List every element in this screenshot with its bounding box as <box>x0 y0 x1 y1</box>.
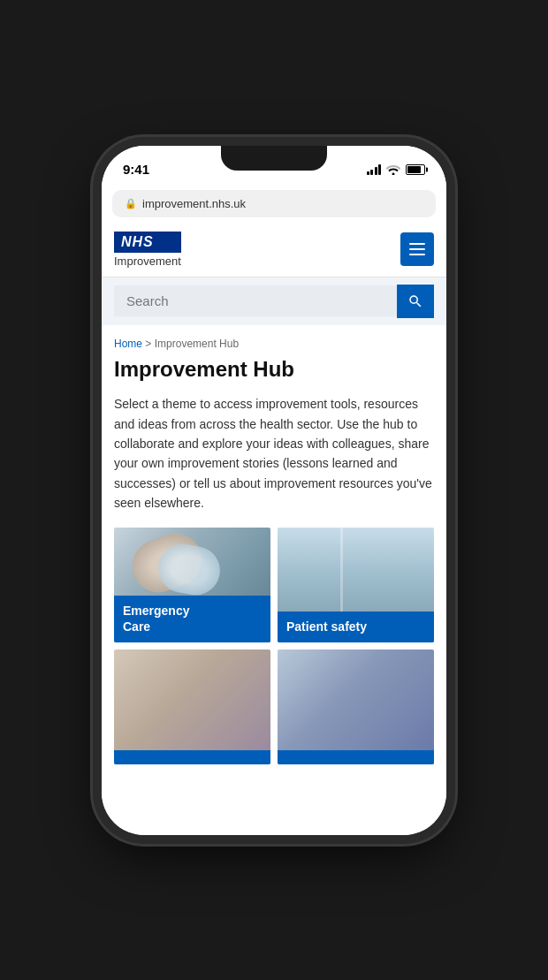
search-bar <box>102 277 446 325</box>
emergency-care-card[interactable]: EmergencyCare <box>114 528 270 642</box>
phone-frame: 9:41 🔒 improvement.nhs.uk <box>102 146 446 835</box>
card-4[interactable] <box>278 650 434 764</box>
card-4-image <box>278 650 434 764</box>
phone-screen: 9:41 🔒 improvement.nhs.uk <box>102 146 446 835</box>
menu-line-1 <box>409 243 425 245</box>
browser-bar: 🔒 improvement.nhs.uk <box>112 190 436 217</box>
menu-button[interactable] <box>400 232 434 266</box>
emergency-care-label: EmergencyCare <box>114 596 270 642</box>
menu-line-2 <box>409 248 425 250</box>
nhs-logo: NHS Improvement <box>114 232 181 268</box>
patient-safety-card[interactable]: Patient safety <box>278 528 434 642</box>
page-description: Select a theme to access improvement too… <box>114 394 434 513</box>
wifi-icon <box>386 164 400 175</box>
nhs-header: NHS Improvement <box>102 223 446 277</box>
signal-bars-icon <box>367 164 382 175</box>
search-button[interactable] <box>397 285 434 318</box>
content-area: NHS Improvement <box>102 223 446 832</box>
browser-url: improvement.nhs.uk <box>142 197 246 210</box>
card-3-label <box>114 750 270 764</box>
card-3[interactable] <box>114 650 270 764</box>
phone-notch <box>221 146 327 171</box>
page-title: Improvement Hub <box>114 357 434 383</box>
breadcrumb-home[interactable]: Home <box>114 338 142 350</box>
cards-grid: EmergencyCare Patient safety <box>102 528 446 777</box>
breadcrumb: Home > Improvement Hub <box>114 338 434 350</box>
breadcrumb-separator: > <box>145 338 151 350</box>
battery-icon <box>406 164 425 175</box>
search-input[interactable] <box>114 285 397 316</box>
search-icon <box>407 293 423 309</box>
card-3-image <box>114 650 270 764</box>
card-4-label <box>278 750 434 764</box>
menu-line-3 <box>409 254 425 255</box>
status-time: 9:41 <box>123 162 149 177</box>
lock-icon: 🔒 <box>125 198 137 209</box>
main-content: Home > Improvement Hub Improvement Hub S… <box>102 325 446 513</box>
patient-safety-label: Patient safety <box>278 612 434 642</box>
nhs-subtitle: Improvement <box>114 254 181 268</box>
nhs-badge: NHS <box>114 232 181 253</box>
status-icons <box>367 164 426 175</box>
breadcrumb-current: Improvement Hub <box>155 338 239 350</box>
